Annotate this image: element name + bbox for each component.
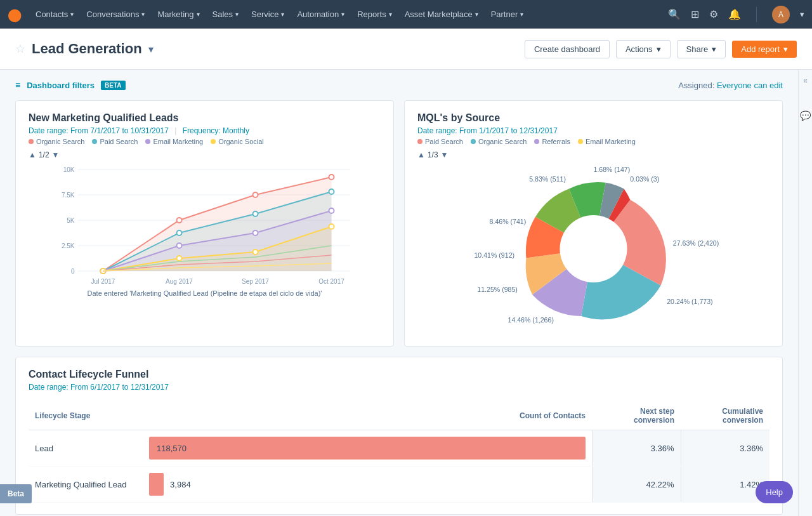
actions-button[interactable]: Actions ▾ xyxy=(616,40,671,58)
table-row: Marketing Qualified Lead 3,984 42.22% 1.… xyxy=(29,466,769,503)
filters-label[interactable]: Dashboard filters xyxy=(27,81,95,90)
grid-icon[interactable]: ⊞ xyxy=(691,8,699,20)
nav-item-automation[interactable]: Automation ▾ xyxy=(291,0,351,29)
filter-icon: ≡ xyxy=(15,80,20,90)
chevron-down-icon[interactable]: ▾ xyxy=(800,10,804,19)
svg-point-18 xyxy=(329,175,334,180)
chart1-title: New Marketing Qualified Leads xyxy=(29,112,381,124)
settings-icon[interactable]: ⚙ xyxy=(709,8,718,20)
next-conversion-cell: 42.22% xyxy=(592,466,681,503)
assigned-area: Assigned: Everyone can edit xyxy=(678,81,783,90)
svg-text:8.46% (741): 8.46% (741) xyxy=(490,218,527,225)
chart2-legend: Paid Search Organic Search Referrals Ema… xyxy=(417,138,769,145)
svg-point-33 xyxy=(329,224,334,229)
beta-badge: BETA xyxy=(101,81,125,90)
chevron-down-icon[interactable]: ▾ xyxy=(148,43,154,55)
avatar[interactable]: A xyxy=(772,6,790,23)
col-stage-header: Lifecycle Stage xyxy=(29,402,143,430)
chevron-down-icon: ▾ xyxy=(70,11,74,18)
nav-item-conversations[interactable]: Conversations ▾ xyxy=(80,0,151,29)
svg-text:Sep 2017: Sep 2017 xyxy=(242,278,269,285)
assigned-value[interactable]: Everyone can edit xyxy=(717,81,783,90)
svg-point-31 xyxy=(177,256,182,261)
legend-item: Organic Search xyxy=(29,138,84,145)
chevron-down-icon: ▾ xyxy=(783,44,788,54)
collapse-icon[interactable]: « xyxy=(803,76,808,85)
pie-chart-svg: 27.63% (2,420) 20.24% (1,773) 14.46% (1,… xyxy=(417,163,769,334)
legend-item: Email Marketing xyxy=(145,138,203,145)
svg-point-23 xyxy=(329,189,334,194)
search-icon[interactable]: 🔍 xyxy=(668,8,681,20)
filters-bar: ≡ Dashboard filters BETA Assigned: Every… xyxy=(15,80,783,90)
nav-item-marketing[interactable]: Marketing ▾ xyxy=(151,0,206,29)
nav-item-partner[interactable]: Partner ▾ xyxy=(485,0,530,29)
page-header: ☆ Lead Generation ▾ Create dashboard Act… xyxy=(0,29,812,70)
svg-text:20.24% (1,773): 20.24% (1,773) xyxy=(667,298,712,305)
svg-point-28 xyxy=(329,208,334,213)
chart2-title: MQL's by Source xyxy=(417,112,769,124)
svg-text:10K: 10K xyxy=(63,166,75,173)
funnel-title: Contact Lifecycle Funnel xyxy=(29,369,769,380)
nav-item-asset-marketplace[interactable]: Asset Marketplace ▾ xyxy=(398,0,485,29)
svg-text:11.25% (985): 11.25% (985) xyxy=(477,286,518,293)
chart1-legend: Organic Search Paid Search Email Marketi… xyxy=(29,138,381,145)
beta-button[interactable]: Beta xyxy=(0,484,32,503)
legend-dot xyxy=(534,139,539,144)
mql-line-chart-card: New Marketing Qualified Leads Date range… xyxy=(15,100,394,347)
notification-icon[interactable]: 🔔 xyxy=(728,8,741,20)
chevron-down-icon: ▾ xyxy=(341,11,344,18)
lifecycle-funnel-card: Contact Lifecycle Funnel Date range: Fro… xyxy=(15,357,783,515)
chevron-down-icon: ▾ xyxy=(712,44,716,54)
bar-value: 118,570 xyxy=(157,444,187,453)
chart1-date: Date range: From 7/1/2017 to 10/31/2017 … xyxy=(29,126,381,135)
legend-dot xyxy=(471,139,476,144)
stage-cell: Marketing Qualified Lead xyxy=(29,466,143,503)
prev-arrow[interactable]: ▲ xyxy=(417,150,425,159)
svg-text:1.68% (147): 1.68% (147) xyxy=(594,166,631,173)
col-cumulative-header: Cumulative conversion xyxy=(681,402,769,430)
svg-point-26 xyxy=(177,243,182,248)
svg-text:Oct 2017: Oct 2017 xyxy=(318,278,344,285)
svg-point-21 xyxy=(177,230,182,235)
add-report-button[interactable]: Add report ▾ xyxy=(732,41,797,58)
legend-dot xyxy=(578,139,583,144)
bar-cell: 3,984 xyxy=(143,466,592,503)
col-count-header: Count of Contacts xyxy=(143,402,592,430)
svg-text:0.03% (3): 0.03% (3) xyxy=(630,175,659,183)
svg-text:Jul 2017: Jul 2017 xyxy=(91,278,115,285)
nav-item-service[interactable]: Service ▾ xyxy=(245,0,291,29)
nav-item-contacts[interactable]: Contacts ▾ xyxy=(29,0,80,29)
legend-dot xyxy=(211,139,216,144)
nav-item-sales[interactable]: Sales ▾ xyxy=(206,0,246,29)
share-button[interactable]: Share ▾ xyxy=(677,40,726,58)
next-arrow[interactable]: ▼ xyxy=(52,150,60,159)
cumulative-conversion-cell: 3.36% xyxy=(681,430,769,466)
chat-icon[interactable]: 💬 xyxy=(800,110,811,121)
hubspot-logo[interactable]: ⬤ xyxy=(8,7,22,22)
svg-text:27.63% (2,420): 27.63% (2,420) xyxy=(673,239,719,247)
right-panel: « 💬 xyxy=(798,70,812,516)
chart2-pagination: ▲ 1/3 ▼ xyxy=(417,150,769,159)
help-button[interactable]: Help xyxy=(756,481,793,503)
star-icon[interactable]: ☆ xyxy=(15,42,25,56)
next-arrow[interactable]: ▼ xyxy=(441,150,449,159)
legend-item: Email Marketing xyxy=(578,138,636,145)
chevron-down-icon: ▾ xyxy=(389,11,392,18)
legend-dot xyxy=(92,139,97,144)
chevron-down-icon: ▾ xyxy=(657,44,661,54)
legend-item: Organic Search xyxy=(471,138,527,145)
bar-value: 3,984 xyxy=(170,480,191,489)
funnel-table: Lifecycle Stage Count of Contacts Next s… xyxy=(29,402,769,503)
svg-point-34 xyxy=(560,215,627,282)
funnel-date: Date range: From 6/1/2017 to 12/31/2017 xyxy=(29,383,769,392)
chart1-xlabel: Date entered 'Marketing Qualified Lead (… xyxy=(29,289,381,297)
nav-item-reports[interactable]: Reports ▾ xyxy=(351,0,398,29)
svg-text:2.5K: 2.5K xyxy=(62,242,75,249)
legend-item: Paid Search xyxy=(417,138,463,145)
assigned-label: Assigned: xyxy=(678,81,714,90)
mql-pie-chart-card: MQL's by Source Date range: From 1/1/201… xyxy=(404,100,783,347)
create-dashboard-button[interactable]: Create dashboard xyxy=(525,40,610,58)
svg-text:Aug 2017: Aug 2017 xyxy=(166,278,193,285)
svg-text:7.5K: 7.5K xyxy=(62,192,75,199)
prev-arrow[interactable]: ▲ xyxy=(29,150,36,159)
